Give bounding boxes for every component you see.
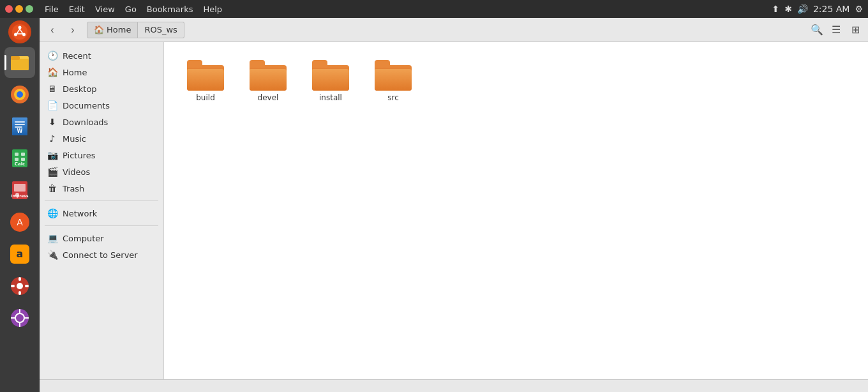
sidebar-item-documents[interactable]: 📄 Documents: [40, 97, 163, 114]
folder-front: [312, 69, 349, 91]
svg-rect-23: [14, 184, 26, 192]
maximize-button[interactable]: [26, 5, 33, 13]
sidebar-item-computer[interactable]: 💻 Computer: [40, 230, 163, 246]
search-button[interactable]: 🔍: [808, 21, 826, 39]
downloads-icon: ⬇: [47, 117, 57, 127]
breadcrumb-home[interactable]: 🏠 Home: [87, 22, 138, 38]
sidebar-label-connect-server: Connect to Server: [63, 250, 138, 260]
sidebar-item-music[interactable]: ♪ Music: [40, 130, 163, 147]
file-item-install[interactable]: install: [302, 55, 359, 107]
videos-icon: 🎬: [47, 167, 57, 177]
sidebar-item-network[interactable]: 🌐 Network: [40, 205, 163, 222]
dock: W Calc Impress: [0, 18, 40, 392]
svg-rect-14: [15, 126, 22, 128]
svg-text:Impress: Impress: [11, 193, 28, 199]
sidebar-item-downloads[interactable]: ⬇ Downloads: [40, 114, 163, 130]
file-label-src: src: [387, 93, 399, 102]
clock[interactable]: 2:25 AM: [813, 4, 850, 14]
toolbar-right: 🔍 ☰ ⊞: [808, 21, 864, 39]
menu-edit[interactable]: Edit: [64, 3, 90, 15]
breadcrumb-home-label: Home: [107, 25, 131, 34]
folder-front: [250, 69, 287, 91]
folder-icon-build: [187, 60, 224, 91]
file-item-build[interactable]: build: [177, 55, 234, 107]
sidebar-item-home[interactable]: 🏠 Home: [40, 64, 163, 80]
ubuntu-logo-button[interactable]: [8, 20, 31, 43]
recent-icon: 🕐: [47, 50, 57, 61]
documents-icon: 📄: [47, 100, 57, 110]
minimize-button[interactable]: [15, 5, 23, 13]
dock-scanner-icon[interactable]: [4, 303, 35, 333]
dock-amazon-icon[interactable]: a: [4, 239, 35, 269]
forward-button[interactable]: ›: [64, 21, 82, 39]
sidebar-item-pictures[interactable]: 📷 Pictures: [40, 147, 163, 163]
sidebar-item-videos[interactable]: 🎬 Videos: [40, 163, 163, 180]
grid-view-button[interactable]: ⊞: [846, 21, 864, 39]
svg-rect-19: [15, 158, 19, 161]
sidebar-item-connect-server[interactable]: 🔌 Connect to Server: [40, 246, 163, 263]
list-view-button[interactable]: ☰: [827, 21, 845, 39]
svg-rect-35: [25, 285, 29, 287]
content-area: 🕐 Recent 🏠 Home 🖥 Desktop 📄 Documents ⬇: [40, 42, 868, 379]
settings-icon[interactable]: ⚙: [855, 4, 863, 14]
computer-icon: 💻: [47, 233, 57, 243]
svg-text:W: W: [17, 128, 22, 134]
toolbar: ‹ › 🏠 Home ROS_ws 🔍 ☰ ⊞: [40, 18, 868, 42]
menu-bookmarks[interactable]: Bookmarks: [142, 3, 198, 15]
network-icon[interactable]: ⬆: [772, 4, 779, 14]
menubar-left: File Edit View Go Bookmarks Help: [5, 3, 227, 15]
svg-rect-33: [19, 291, 21, 295]
dock-files-icon[interactable]: [4, 47, 35, 78]
file-item-devel[interactable]: devel: [239, 55, 297, 107]
dock-calc-icon[interactable]: Calc: [4, 143, 35, 174]
trash-icon: 🗑: [47, 183, 57, 193]
sidebar-label-home: Home: [63, 68, 87, 77]
close-button[interactable]: [5, 5, 13, 13]
file-label-devel: devel: [258, 93, 279, 102]
sidebar-divider-2: [45, 225, 158, 226]
menubar: File Edit View Go Bookmarks Help ⬆ ✱ 🔊 2…: [0, 0, 868, 18]
svg-rect-13: [15, 124, 25, 125]
bluetooth-icon[interactable]: ✱: [784, 4, 792, 14]
back-button[interactable]: ‹: [43, 21, 61, 39]
sidebar-item-recent[interactable]: 🕐 Recent: [40, 47, 163, 64]
dock-impress-icon[interactable]: Impress: [4, 175, 35, 206]
svg-rect-5: [11, 59, 29, 70]
volume-icon[interactable]: 🔊: [797, 4, 808, 14]
dock-firefox-icon[interactable]: [4, 79, 35, 110]
folder-tab: [312, 60, 327, 68]
menu-file[interactable]: File: [40, 3, 64, 15]
breadcrumb-ros-ws-label: ROS_ws: [144, 25, 177, 34]
sidebar-item-trash[interactable]: 🗑 Trash: [40, 180, 163, 197]
svg-text:a: a: [16, 248, 23, 260]
svg-point-31: [17, 283, 23, 289]
sidebar-label-network: Network: [63, 209, 97, 218]
sidebar: 🕐 Recent 🏠 Home 🖥 Desktop 📄 Documents ⬇: [40, 42, 164, 379]
breadcrumb-ros-ws[interactable]: ROS_ws: [138, 22, 184, 38]
folder-tab: [375, 60, 390, 68]
folder-icon-devel: [250, 60, 287, 91]
sidebar-label-recent: Recent: [63, 51, 91, 61]
dock-appstore-icon[interactable]: A: [4, 207, 35, 237]
menu-go[interactable]: Go: [120, 3, 142, 15]
dock-settings-icon[interactable]: [4, 271, 35, 301]
svg-rect-6: [11, 56, 20, 60]
svg-rect-20: [21, 158, 25, 161]
network-sidebar-icon: 🌐: [47, 208, 57, 218]
menu-view[interactable]: View: [90, 3, 120, 15]
sidebar-item-desktop[interactable]: 🖥 Desktop: [40, 80, 163, 97]
folder-icon-src: [375, 60, 412, 91]
dock-writer-icon[interactable]: W: [4, 111, 35, 142]
file-item-src[interactable]: src: [364, 55, 422, 107]
svg-text:Calc: Calc: [14, 162, 24, 167]
statusbar: [40, 379, 868, 392]
connect-server-icon: 🔌: [47, 250, 57, 260]
svg-text:A: A: [17, 217, 23, 227]
file-view: build devel: [164, 42, 868, 379]
sidebar-label-computer: Computer: [63, 234, 104, 243]
folder-tab: [187, 60, 202, 68]
folder-front: [187, 69, 224, 91]
svg-rect-18: [21, 153, 25, 156]
menu-help[interactable]: Help: [198, 3, 227, 15]
breadcrumb: 🏠 Home ROS_ws: [87, 22, 184, 38]
